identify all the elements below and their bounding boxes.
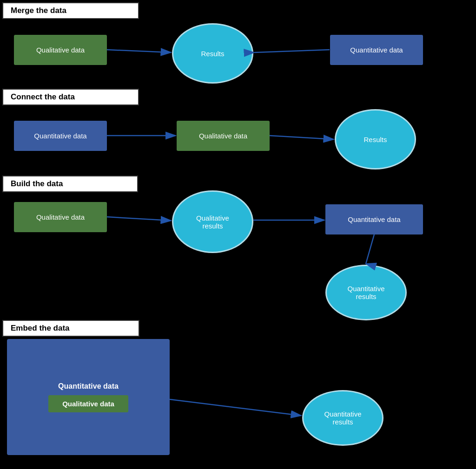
- merge-quantitative-box: Quantitative data: [330, 35, 423, 65]
- svg-line-6: [270, 136, 334, 139]
- build-qualitative-results-ellipse: Qualitative results: [172, 190, 253, 253]
- merge-label: Merge the data: [2, 2, 139, 19]
- svg-line-3: [107, 50, 171, 52]
- svg-line-7: [107, 217, 171, 221]
- build-quantitative-results-ellipse: Quantitative results: [325, 265, 407, 320]
- build-label: Build the data: [2, 176, 138, 192]
- svg-line-10: [170, 399, 301, 416]
- svg-line-4: [254, 50, 330, 52]
- merge-qualitative-box: Qualitative data: [14, 35, 107, 65]
- svg-line-9: [366, 234, 374, 264]
- connect-quantitative-box: Quantitative data: [14, 121, 107, 151]
- connect-results-ellipse: Results: [335, 109, 416, 169]
- build-quantitative-box: Quantitative data: [325, 204, 423, 234]
- embed-container: Quantitative data Qualitative data: [7, 339, 170, 455]
- embed-quantitative-results-ellipse: Quantitative results: [302, 390, 383, 446]
- embed-qualitative-box: Qualitative data: [48, 395, 128, 412]
- embed-quantitative-label: Quantitative data: [58, 382, 119, 391]
- build-qualitative-box: Qualitative data: [14, 202, 107, 232]
- connect-qualitative-box: Qualitative data: [177, 121, 270, 151]
- connect-label: Connect the data: [2, 89, 139, 105]
- embed-label: Embed the data: [2, 320, 139, 337]
- merge-results-ellipse: Results: [172, 23, 253, 84]
